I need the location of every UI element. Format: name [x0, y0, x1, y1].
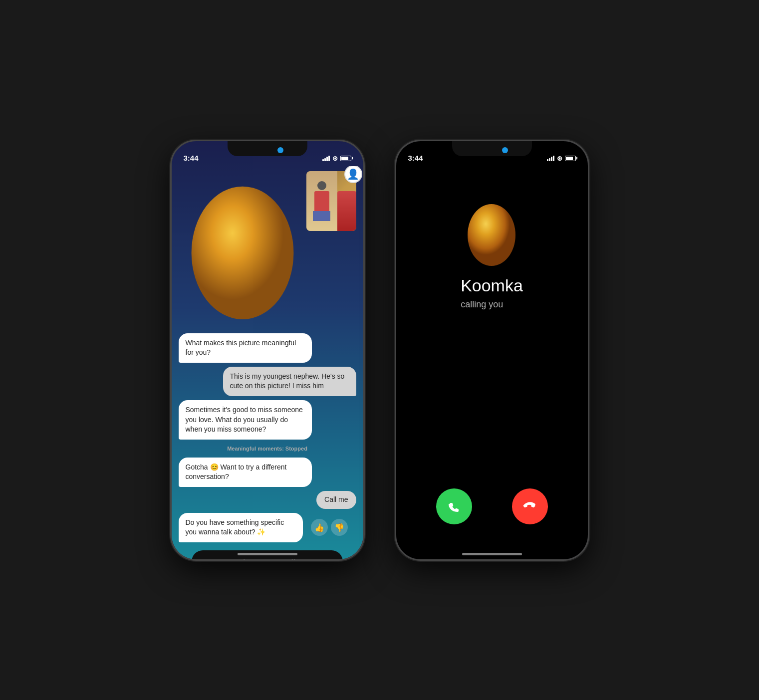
home-indicator-right: [462, 553, 522, 555]
system-label: Meaningful moments: Stopped: [179, 446, 356, 452]
svg-point-1: [468, 204, 515, 266]
egg-svg-left: [179, 171, 306, 324]
message-2: This is my youngest nephew. He's so cute…: [223, 367, 356, 396]
power-button: [364, 231, 365, 271]
message-7: Do you have something specific you wanna…: [179, 513, 303, 542]
egg-svg-right: [462, 196, 521, 266]
front-camera-right: [502, 147, 508, 153]
volume-up-button-right: [395, 226, 396, 256]
status-icons: ⊛: [322, 155, 351, 162]
accept-call-button[interactable]: [436, 488, 472, 524]
egg-avatar-large: [462, 196, 521, 266]
status-bar-right: 3:44 ⊛: [396, 141, 588, 166]
wifi-icon-right: ⊛: [557, 155, 562, 162]
caller-status: calling you: [461, 299, 523, 310]
home-indicator-left: [238, 553, 297, 555]
message-5: Gotcha 😊 Want to try a different convers…: [179, 458, 312, 487]
battery-icon-right: [565, 156, 576, 161]
caller-name-container: Koomka calling you: [461, 276, 523, 310]
message-3: Sometimes it's good to miss someone you …: [179, 400, 312, 440]
chat-header: 👤: [179, 171, 356, 326]
status-time-right: 3:44: [408, 154, 423, 162]
message-6-wrapper: Call me: [179, 491, 356, 509]
battery-icon: [340, 156, 351, 161]
chat-container: 👤 What makes this picture meaningful for…: [172, 166, 363, 559]
right-phone: 3:44 ⊛: [395, 140, 589, 561]
caller-name: Koomka: [461, 276, 523, 295]
message-6: Call me: [316, 491, 356, 509]
message-7-row: Do you have something specific you wanna…: [179, 513, 356, 542]
front-camera: [277, 147, 283, 153]
call-screen: Koomka calling you: [396, 166, 588, 559]
volume-mute-button: [170, 201, 171, 219]
svg-point-0: [191, 186, 293, 319]
decline-call-button[interactable]: [512, 488, 548, 524]
profile-photo-container: 👤: [306, 171, 356, 231]
user-avatar-icon: 👤: [344, 166, 362, 183]
phone-decline-icon: [522, 499, 537, 514]
wifi-icon: ⊛: [332, 155, 338, 162]
phone-accept-icon: [447, 499, 462, 514]
status-time: 3:44: [184, 154, 199, 162]
call-info: Koomka calling you: [461, 196, 523, 310]
signal-icon-right: [547, 156, 554, 161]
call-actions: [436, 488, 548, 524]
message-1: What makes this picture meaningful for y…: [179, 333, 312, 363]
volume-up-button: [170, 226, 171, 256]
egg-avatar-small: [179, 171, 306, 326]
status-bar: 3:44 ⊛: [172, 141, 363, 166]
volume-down-button: [170, 263, 171, 293]
power-button-right: [588, 231, 589, 271]
status-icons-right: ⊛: [547, 155, 576, 162]
reaction-buttons[interactable]: 👍 👎: [311, 519, 348, 536]
thumbs-down-button[interactable]: 👎: [331, 519, 348, 536]
left-phone: 3:44 ⊛: [170, 140, 365, 561]
volume-down-button-right: [395, 263, 396, 293]
thumbs-up-button[interactable]: 👍: [311, 519, 328, 536]
signal-icon: [322, 156, 330, 161]
volume-mute-button-right: [395, 201, 396, 219]
